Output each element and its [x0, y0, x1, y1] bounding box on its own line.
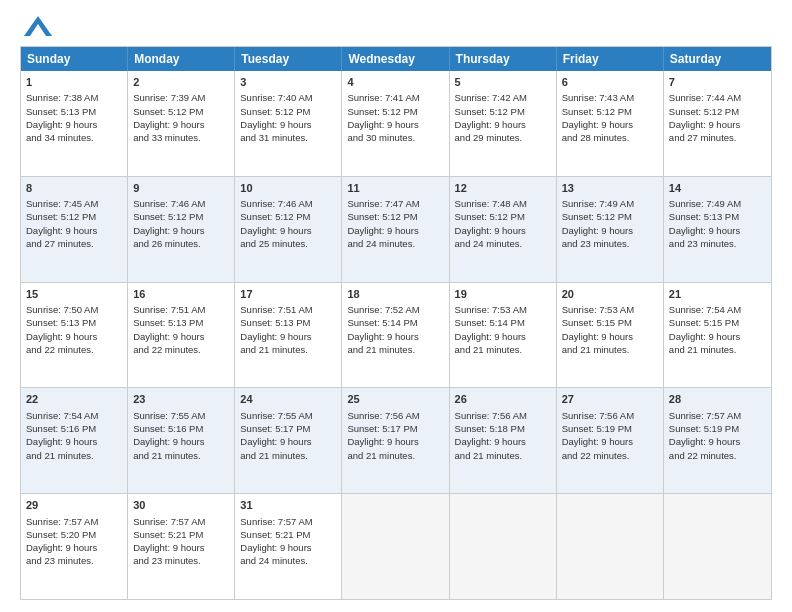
day-number: 10	[240, 181, 336, 196]
cell-info-line: Sunrise: 7:54 AM	[669, 303, 766, 316]
cell-info-line: Daylight: 9 hours	[26, 330, 122, 343]
calendar-header: SundayMondayTuesdayWednesdayThursdayFrid…	[21, 47, 771, 71]
day-number: 30	[133, 498, 229, 513]
cell-info-line: Sunrise: 7:46 AM	[133, 197, 229, 210]
day-number: 28	[669, 392, 766, 407]
cell-info-line: Sunset: 5:12 PM	[669, 105, 766, 118]
logo	[20, 16, 52, 36]
cell-info-line: and 25 minutes.	[240, 237, 336, 250]
cell-info-line: and 22 minutes.	[133, 343, 229, 356]
day-number: 20	[562, 287, 658, 302]
cell-info-line: and 23 minutes.	[26, 554, 122, 567]
cell-info-line: Sunset: 5:16 PM	[26, 422, 122, 435]
calendar-cell-3: 3Sunrise: 7:40 AMSunset: 5:12 PMDaylight…	[235, 71, 342, 176]
day-number: 24	[240, 392, 336, 407]
cell-info-line: and 22 minutes.	[26, 343, 122, 356]
logo-icon	[24, 16, 52, 36]
cell-info-line: Sunrise: 7:57 AM	[133, 515, 229, 528]
cell-info-line: and 22 minutes.	[562, 449, 658, 462]
calendar-cell-empty-4-6	[664, 494, 771, 599]
cell-info-line: Sunrise: 7:46 AM	[240, 197, 336, 210]
cell-info-line: Daylight: 9 hours	[240, 541, 336, 554]
header-day-monday: Monday	[128, 47, 235, 71]
cell-info-line: Daylight: 9 hours	[562, 330, 658, 343]
cell-info-line: and 21 minutes.	[26, 449, 122, 462]
calendar-cell-21: 21Sunrise: 7:54 AMSunset: 5:15 PMDayligh…	[664, 283, 771, 388]
calendar-cell-31: 31Sunrise: 7:57 AMSunset: 5:21 PMDayligh…	[235, 494, 342, 599]
day-number: 23	[133, 392, 229, 407]
day-number: 25	[347, 392, 443, 407]
cell-info-line: Sunset: 5:12 PM	[562, 210, 658, 223]
cell-info-line: Sunrise: 7:44 AM	[669, 91, 766, 104]
calendar-cell-2: 2Sunrise: 7:39 AMSunset: 5:12 PMDaylight…	[128, 71, 235, 176]
calendar-cell-8: 8Sunrise: 7:45 AMSunset: 5:12 PMDaylight…	[21, 177, 128, 282]
cell-info-line: and 30 minutes.	[347, 131, 443, 144]
calendar-cell-17: 17Sunrise: 7:51 AMSunset: 5:13 PMDayligh…	[235, 283, 342, 388]
cell-info-line: Daylight: 9 hours	[133, 224, 229, 237]
day-number: 5	[455, 75, 551, 90]
cell-info-line: Sunset: 5:13 PM	[26, 105, 122, 118]
cell-info-line: and 28 minutes.	[562, 131, 658, 144]
cell-info-line: and 21 minutes.	[133, 449, 229, 462]
cell-info-line: Daylight: 9 hours	[669, 118, 766, 131]
cell-info-line: Daylight: 9 hours	[455, 118, 551, 131]
cell-info-line: Daylight: 9 hours	[347, 118, 443, 131]
day-number: 22	[26, 392, 122, 407]
cell-info-line: Sunrise: 7:43 AM	[562, 91, 658, 104]
day-number: 29	[26, 498, 122, 513]
cell-info-line: Sunrise: 7:55 AM	[133, 409, 229, 422]
day-number: 7	[669, 75, 766, 90]
calendar-row-2: 8Sunrise: 7:45 AMSunset: 5:12 PMDaylight…	[21, 176, 771, 282]
calendar-cell-empty-4-5	[557, 494, 664, 599]
header-day-thursday: Thursday	[450, 47, 557, 71]
cell-info-line: Daylight: 9 hours	[347, 224, 443, 237]
cell-info-line: Sunset: 5:15 PM	[669, 316, 766, 329]
calendar-cell-11: 11Sunrise: 7:47 AMSunset: 5:12 PMDayligh…	[342, 177, 449, 282]
calendar-cell-16: 16Sunrise: 7:51 AMSunset: 5:13 PMDayligh…	[128, 283, 235, 388]
calendar-cell-15: 15Sunrise: 7:50 AMSunset: 5:13 PMDayligh…	[21, 283, 128, 388]
calendar-cell-22: 22Sunrise: 7:54 AMSunset: 5:16 PMDayligh…	[21, 388, 128, 493]
calendar-row-4: 22Sunrise: 7:54 AMSunset: 5:16 PMDayligh…	[21, 387, 771, 493]
header-day-sunday: Sunday	[21, 47, 128, 71]
day-number: 9	[133, 181, 229, 196]
header-day-saturday: Saturday	[664, 47, 771, 71]
cell-info-line: Sunset: 5:13 PM	[133, 316, 229, 329]
cell-info-line: Daylight: 9 hours	[133, 330, 229, 343]
cell-info-line: and 27 minutes.	[669, 131, 766, 144]
cell-info-line: Sunset: 5:19 PM	[669, 422, 766, 435]
cell-info-line: Sunset: 5:17 PM	[347, 422, 443, 435]
cell-info-line: Sunset: 5:20 PM	[26, 528, 122, 541]
calendar-row-5: 29Sunrise: 7:57 AMSunset: 5:20 PMDayligh…	[21, 493, 771, 599]
cell-info-line: Sunset: 5:12 PM	[562, 105, 658, 118]
cell-info-line: Sunrise: 7:57 AM	[240, 515, 336, 528]
day-number: 12	[455, 181, 551, 196]
calendar-cell-23: 23Sunrise: 7:55 AMSunset: 5:16 PMDayligh…	[128, 388, 235, 493]
cell-info-line: Sunrise: 7:53 AM	[562, 303, 658, 316]
cell-info-line: Sunset: 5:13 PM	[26, 316, 122, 329]
cell-info-line: Sunrise: 7:53 AM	[455, 303, 551, 316]
cell-info-line: Daylight: 9 hours	[240, 330, 336, 343]
cell-info-line: Sunrise: 7:45 AM	[26, 197, 122, 210]
cell-info-line: Sunrise: 7:56 AM	[347, 409, 443, 422]
cell-info-line: Daylight: 9 hours	[669, 435, 766, 448]
calendar-cell-10: 10Sunrise: 7:46 AMSunset: 5:12 PMDayligh…	[235, 177, 342, 282]
cell-info-line: Sunset: 5:18 PM	[455, 422, 551, 435]
header-day-friday: Friday	[557, 47, 664, 71]
calendar-cell-9: 9Sunrise: 7:46 AMSunset: 5:12 PMDaylight…	[128, 177, 235, 282]
cell-info-line: Sunrise: 7:48 AM	[455, 197, 551, 210]
cell-info-line: Sunrise: 7:54 AM	[26, 409, 122, 422]
cell-info-line: Daylight: 9 hours	[133, 541, 229, 554]
day-number: 26	[455, 392, 551, 407]
cell-info-line: and 23 minutes.	[133, 554, 229, 567]
cell-info-line: Sunrise: 7:57 AM	[669, 409, 766, 422]
cell-info-line: Sunset: 5:12 PM	[347, 210, 443, 223]
cell-info-line: Daylight: 9 hours	[455, 435, 551, 448]
calendar-cell-29: 29Sunrise: 7:57 AMSunset: 5:20 PMDayligh…	[21, 494, 128, 599]
cell-info-line: Daylight: 9 hours	[240, 224, 336, 237]
cell-info-line: Sunset: 5:17 PM	[240, 422, 336, 435]
cell-info-line: Sunrise: 7:38 AM	[26, 91, 122, 104]
day-number: 2	[133, 75, 229, 90]
calendar-cell-4: 4Sunrise: 7:41 AMSunset: 5:12 PMDaylight…	[342, 71, 449, 176]
cell-info-line: Sunrise: 7:51 AM	[133, 303, 229, 316]
calendar-cell-25: 25Sunrise: 7:56 AMSunset: 5:17 PMDayligh…	[342, 388, 449, 493]
